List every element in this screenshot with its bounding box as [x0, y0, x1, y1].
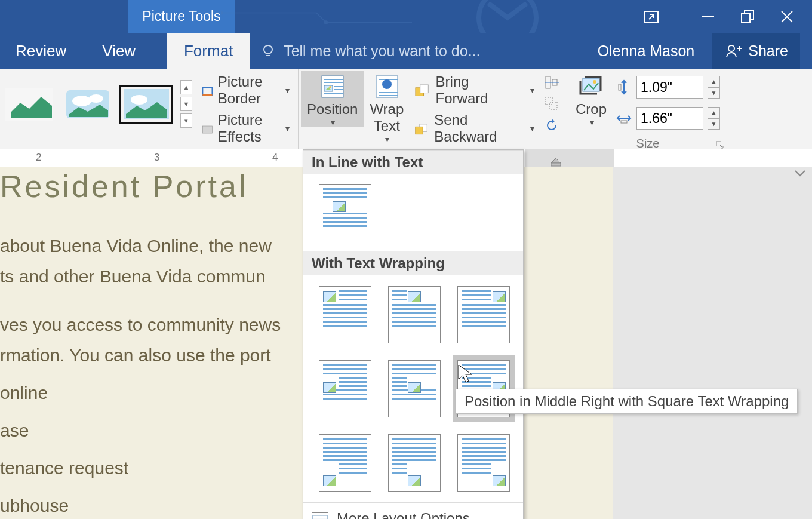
svg-rect-51: [621, 121, 627, 123]
svg-rect-40: [416, 127, 423, 134]
arrange-mini-column: [539, 71, 564, 137]
chevron-down-icon: ▾: [331, 118, 335, 127]
title-decor: [221, 0, 603, 33]
svg-point-47: [593, 80, 596, 84]
close-button[interactable]: [779, 8, 795, 25]
group-picture-styles: ▲▼▾ Picture Border▾ Picture Effects▾ Pic…: [0, 69, 299, 149]
position-top-left[interactable]: [319, 286, 371, 343]
group-label-size: Size: [636, 137, 660, 151]
style-thumb-selected[interactable]: [119, 85, 173, 124]
minimize-button[interactable]: [700, 8, 716, 25]
tell-me-search[interactable]: Tell me what you want to do...: [250, 33, 598, 69]
bring-forward-icon: [414, 84, 429, 97]
svg-rect-38: [420, 85, 429, 93]
position-bottom-left[interactable]: [319, 434, 371, 492]
svg-point-8: [264, 45, 272, 54]
wrap-text-icon: [374, 75, 400, 99]
position-bottom-right[interactable]: [457, 434, 510, 492]
dialog-launcher-icon[interactable]: [715, 139, 725, 149]
position-middle-left[interactable]: [319, 360, 371, 417]
position-wrap-header: With Text Wrapping: [303, 251, 523, 275]
position-bottom-center[interactable]: [388, 434, 441, 492]
svg-point-29: [329, 86, 331, 88]
style-thumb-2[interactable]: [61, 85, 115, 124]
svg-point-1: [221, 11, 223, 14]
ribbon-display-options-icon[interactable]: [643, 8, 660, 25]
svg-rect-19: [202, 88, 212, 95]
svg-point-16: [89, 94, 103, 103]
tab-review[interactable]: Review: [0, 33, 84, 69]
position-inline-header: In Line with Text: [303, 150, 523, 174]
chevron-down-icon: ▾: [385, 134, 389, 144]
width-input[interactable]: 1.66": [636, 107, 703, 130]
svg-point-18: [131, 95, 147, 105]
more-layout-options[interactable]: More Layout Options...: [303, 502, 523, 519]
ruler-margin-shade: [525, 149, 614, 167]
window-controls: [700, 0, 812, 33]
tell-me-placeholder: Tell me what you want to do...: [284, 42, 480, 60]
picture-effects-button[interactable]: Picture Effects▾: [202, 112, 290, 145]
picture-effects-icon: [202, 121, 213, 136]
position-dropdown-menu: In Line with Text With Text Wrapping Mor…: [303, 149, 524, 519]
outside-page-area: [613, 167, 812, 519]
style-thumb-1[interactable]: [2, 85, 56, 124]
chevron-down-icon: ▾: [530, 85, 534, 95]
height-input[interactable]: 1.09": [636, 76, 703, 99]
picture-border-button[interactable]: Picture Border▾: [202, 73, 290, 107]
svg-rect-52: [551, 163, 561, 166]
group-button[interactable]: [544, 96, 559, 112]
height-input-row: 1.09" ▲▼: [616, 76, 720, 99]
send-backward-icon: [414, 122, 428, 135]
picture-border-icon: [202, 83, 213, 97]
svg-rect-5: [742, 14, 750, 22]
layout-dialog-icon: [312, 512, 328, 519]
crop-button[interactable]: Crop▾: [570, 71, 613, 127]
width-icon: [616, 110, 632, 126]
group-size: Crop▾ 1.09" ▲▼ 1.66" ▲▼ Size: [567, 69, 728, 149]
picture-tools-context-tab: Picture Tools: [128, 0, 235, 33]
ribbon: ▲▼▾ Picture Border▾ Picture Effects▾ Pic…: [0, 69, 812, 149]
height-stepper[interactable]: ▲▼: [708, 76, 720, 99]
bring-forward-button[interactable]: Bring Forward▾: [414, 73, 534, 107]
ribbon-tabs: Review View Format Tell me what you want…: [0, 33, 812, 69]
share-label: Share: [748, 42, 788, 60]
tab-view[interactable]: View: [84, 33, 153, 69]
width-stepper[interactable]: ▲▼: [708, 107, 720, 130]
lightbulb-icon: [261, 44, 275, 58]
chevron-down-icon: ▾: [285, 85, 290, 95]
svg-rect-49: [619, 84, 621, 90]
gallery-scroll[interactable]: ▲▼▾: [180, 80, 192, 128]
svg-point-2: [324, 20, 328, 24]
chevron-down-icon: ▾: [285, 124, 290, 133]
position-inline-option[interactable]: [319, 184, 371, 241]
svg-rect-44: [545, 97, 552, 105]
rotate-button[interactable]: [544, 118, 559, 133]
position-middle-center[interactable]: [388, 360, 441, 417]
position-icon: [319, 75, 346, 99]
align-button[interactable]: [544, 75, 559, 90]
position-tooltip: Position in Middle Right with Square Tex…: [456, 389, 798, 414]
svg-rect-21: [202, 126, 212, 133]
collapse-ribbon-chevron-icon[interactable]: [794, 170, 806, 180]
svg-point-10: [728, 45, 734, 51]
width-input-row: 1.66" ▲▼: [616, 107, 720, 130]
send-backward-button[interactable]: Send Backward▾: [414, 112, 534, 145]
chevron-down-icon: ▾: [530, 124, 534, 133]
chevron-down-icon: ▾: [590, 118, 594, 127]
position-top-right[interactable]: [457, 286, 510, 343]
svg-point-15: [72, 96, 91, 106]
crop-icon: [578, 75, 604, 99]
group-arrange: Position▾ Wrap Text▾ Bring Forward▾ Send…: [299, 69, 567, 149]
title-bar: Picture Tools: [0, 0, 812, 33]
user-name[interactable]: Olenna Mason: [598, 42, 695, 60]
tab-format[interactable]: Format: [167, 33, 250, 69]
share-button[interactable]: Share: [712, 33, 800, 69]
user-account-area: Olenna Mason Share: [598, 33, 812, 69]
position-button[interactable]: Position▾: [301, 71, 364, 127]
restore-button[interactable]: [739, 8, 756, 25]
wrap-text-button[interactable]: Wrap Text▾: [364, 71, 410, 144]
svg-rect-45: [550, 102, 557, 109]
picture-style-gallery[interactable]: ▲▼▾: [2, 71, 196, 128]
position-top-center[interactable]: [388, 286, 441, 343]
height-icon: [616, 79, 632, 95]
